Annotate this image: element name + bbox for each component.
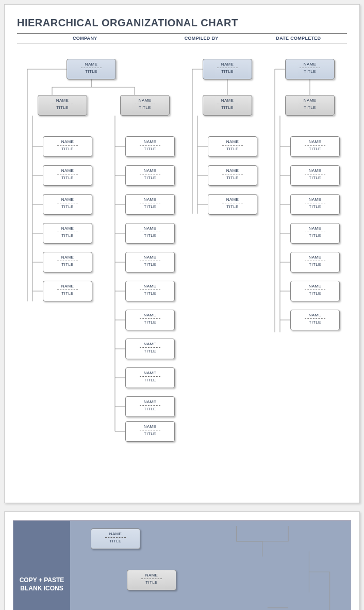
org-node-leaf[interactable]: NAMETITLE bbox=[290, 223, 340, 244]
palette-node-gray[interactable]: NAMETITLE bbox=[127, 570, 176, 590]
org-node-leaf[interactable]: NAMETITLE bbox=[125, 165, 175, 186]
page-title: HIERARCHICAL ORGANIZATIONAL CHART bbox=[17, 17, 347, 29]
org-node-leaf[interactable]: NAMETITLE bbox=[208, 136, 257, 157]
org-node-leaf[interactable]: NAMETITLE bbox=[290, 136, 340, 157]
org-node-leaf[interactable]: NAMETITLE bbox=[290, 252, 340, 272]
org-node-leaf[interactable]: NAMETITLE bbox=[125, 396, 175, 417]
org-node-root[interactable]: NAMETITLE bbox=[203, 59, 252, 79]
meta-company: COMPANY bbox=[17, 34, 153, 43]
org-node-leaf[interactable]: NAMETITLE bbox=[208, 194, 257, 215]
org-node-manager[interactable]: NAMETITLE bbox=[120, 95, 170, 116]
org-node-leaf[interactable]: NAMETITLE bbox=[43, 136, 92, 157]
org-node-root[interactable]: NAMETITLE bbox=[285, 59, 335, 79]
org-node-leaf[interactable]: NAMETITLE bbox=[290, 281, 340, 301]
org-node-leaf[interactable]: NAMETITLE bbox=[43, 281, 92, 301]
org-node-leaf[interactable]: NAMETITLE bbox=[43, 252, 92, 272]
org-node-leaf[interactable]: NAMETITLE bbox=[125, 339, 175, 359]
chart-area: NAMETITLE NAMETITLE NAMETITLE NAMETITLE … bbox=[17, 54, 347, 482]
org-node-leaf[interactable]: NAMETITLE bbox=[125, 223, 175, 244]
org-node-root[interactable]: NAMETITLE bbox=[67, 59, 116, 79]
org-node-leaf[interactable]: NAMETITLE bbox=[125, 310, 175, 330]
org-chart-page: HIERARCHICAL ORGANIZATIONAL CHART COMPAN… bbox=[4, 4, 360, 503]
org-node-leaf[interactable]: NAMETITLE bbox=[125, 367, 175, 388]
org-node-leaf[interactable]: NAMETITLE bbox=[43, 223, 92, 244]
org-node-leaf[interactable]: NAMETITLE bbox=[290, 310, 340, 330]
org-node-leaf[interactable]: NAMETITLE bbox=[125, 421, 175, 442]
org-node-manager[interactable]: NAMETITLE bbox=[38, 95, 87, 116]
org-node-manager[interactable]: NAMETITLE bbox=[203, 95, 252, 116]
org-node-leaf[interactable]: NAMETITLE bbox=[290, 194, 340, 215]
org-node-leaf[interactable]: NAMETITLE bbox=[290, 165, 340, 186]
org-node-leaf[interactable]: NAMETITLE bbox=[43, 194, 92, 215]
org-node-leaf[interactable]: NAMETITLE bbox=[208, 165, 257, 186]
org-node-leaf[interactable]: NAMETITLE bbox=[125, 281, 175, 301]
org-node-leaf[interactable]: NAMETITLE bbox=[43, 165, 92, 186]
meta-row: COMPANY COMPILED BY DATE COMPLETED bbox=[17, 33, 347, 43]
org-node-leaf[interactable]: NAMETITLE bbox=[125, 194, 175, 215]
org-node-leaf[interactable]: NAMETITLE bbox=[125, 136, 175, 157]
meta-date: DATE COMPLETED bbox=[250, 34, 347, 43]
org-node-manager[interactable]: NAMETITLE bbox=[285, 95, 335, 116]
palette-node-blue[interactable]: NAMETITLE bbox=[91, 528, 140, 549]
palette-panel: COPY + PASTE BLANK ICONS NAMETITLE NAMET… bbox=[4, 511, 360, 610]
org-node-leaf[interactable]: NAMETITLE bbox=[125, 252, 175, 272]
palette-area: NAMETITLE NAMETITLE NAMETITLE bbox=[70, 521, 351, 610]
meta-compiled-by: COMPILED BY bbox=[153, 34, 250, 43]
palette-heading: COPY + PASTE BLANK ICONS bbox=[13, 521, 70, 610]
